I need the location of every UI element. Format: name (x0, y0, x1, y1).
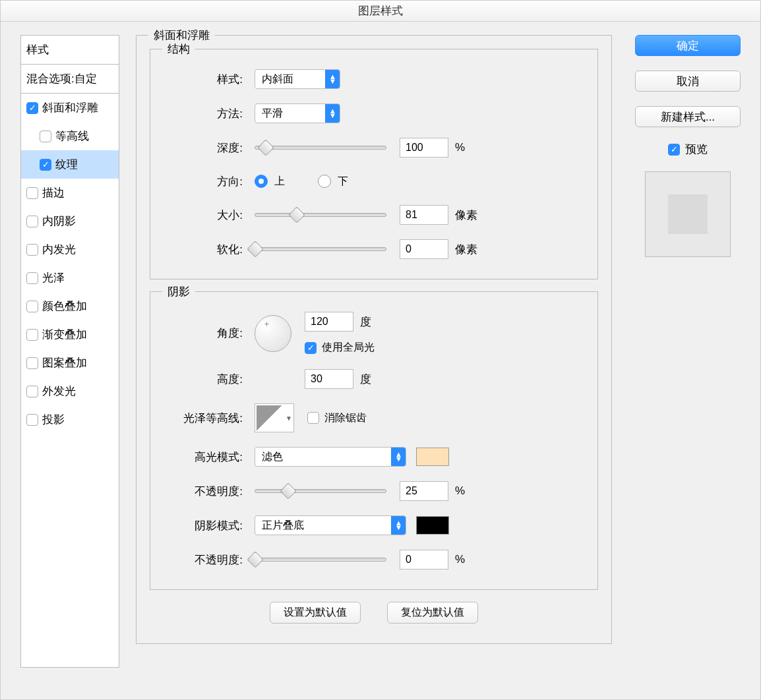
checkbox-icon[interactable] (26, 329, 38, 341)
new-style-button[interactable]: 新建样式... (635, 106, 741, 127)
bevel-group: 斜面和浮雕 结构 样式: 内斜面 ▲▼ 方法: 平滑 (136, 35, 612, 644)
sidebar-item-label: 斜面和浮雕 (42, 100, 98, 115)
sidebar-item-label: 光泽 (42, 270, 65, 285)
technique-select[interactable]: 平滑 ▲▼ (255, 103, 340, 123)
dialog-content: 样式 混合选项:自定 ✓斜面和浮雕等高线✓纹理描边内阴影内发光光泽颜色叠加渐变叠… (1, 22, 760, 699)
highlight-opacity-unit: % (455, 484, 465, 498)
gloss-contour-picker[interactable]: ▼ (255, 403, 294, 432)
direction-up-label: 上 (274, 175, 285, 189)
angle-unit: 度 (360, 314, 371, 330)
global-light-label: 使用全局光 (322, 341, 375, 355)
direction-down-radio[interactable] (318, 175, 331, 188)
global-light-checkbox[interactable]: ✓ (305, 342, 317, 354)
sidebar-item[interactable]: 投影 (21, 405, 119, 434)
checkbox-icon[interactable] (26, 244, 38, 256)
sidebar-item-label: 外发光 (42, 384, 76, 399)
main-panel: 斜面和浮雕 结构 样式: 内斜面 ▲▼ 方法: 平滑 (136, 35, 612, 686)
sidebar-item[interactable]: 颜色叠加 (21, 292, 119, 320)
contour-thumb-icon (257, 405, 283, 430)
chevron-updown-icon: ▲▼ (391, 516, 406, 535)
bevel-legend: 斜面和浮雕 (148, 28, 215, 43)
checkbox-icon[interactable]: ✓ (26, 102, 38, 114)
checkbox-icon[interactable]: ✓ (40, 159, 51, 171)
shadow-mode-select[interactable]: 正片叠底 ▲▼ (255, 515, 406, 535)
preview-thumbnail (645, 171, 731, 257)
soften-slider[interactable] (255, 247, 386, 251)
direction-up-radio[interactable] (255, 175, 268, 188)
sidebar-item-label: 渐变叠加 (42, 327, 87, 342)
checkbox-icon[interactable] (26, 386, 38, 397)
highlight-color-swatch[interactable] (416, 448, 449, 466)
sidebar-item[interactable]: 内阴影 (21, 207, 119, 235)
depth-input[interactable]: 100 (400, 138, 448, 158)
preview-inner-icon (668, 194, 708, 234)
dialog-title: 图层样式 (358, 5, 403, 17)
reset-default-button[interactable]: 复位为默认值 (387, 602, 478, 624)
shadow-opacity-input[interactable]: 0 (400, 550, 448, 569)
titlebar: 图层样式 (1, 1, 760, 22)
checkbox-icon[interactable] (26, 216, 38, 227)
shadow-opacity-label: 不透明度: (164, 552, 243, 568)
checkbox-icon[interactable] (26, 357, 38, 369)
shadow-opacity-unit: % (455, 553, 465, 566)
chevron-updown-icon: ▲▼ (391, 448, 406, 466)
depth-slider[interactable] (255, 146, 386, 150)
sidebar-item[interactable]: 描边 (21, 179, 119, 207)
sidebar-item-label: 内发光 (42, 242, 76, 257)
shadow-color-swatch[interactable] (416, 516, 449, 535)
checkbox-icon[interactable] (26, 301, 38, 312)
ok-button[interactable]: 确定 (635, 35, 741, 56)
gloss-contour-label: 光泽等高线: (164, 411, 243, 426)
direction-label: 方向: (164, 174, 243, 189)
antialias-checkbox[interactable] (307, 412, 319, 424)
sidebar-item[interactable]: 光泽 (21, 264, 119, 292)
sidebar-item[interactable]: 等高线 (21, 122, 119, 150)
checkbox-icon[interactable] (26, 414, 38, 426)
slider-thumb[interactable] (289, 206, 305, 223)
checkbox-icon[interactable] (26, 187, 38, 199)
sidebar-item[interactable]: 渐变叠加 (21, 320, 119, 349)
sidebar-item[interactable]: 外发光 (21, 377, 119, 405)
sidebar-item[interactable]: 内发光 (21, 235, 119, 264)
cancel-button[interactable]: 取消 (635, 71, 741, 92)
chevron-updown-icon: ▲▼ (325, 104, 340, 123)
altitude-label: 高度: (164, 372, 243, 387)
chevron-down-icon: ▼ (286, 415, 292, 422)
angle-input[interactable]: 120 (305, 312, 353, 332)
shadow-opacity-slider[interactable] (255, 558, 386, 562)
shading-legend: 阴影 (162, 284, 195, 299)
slider-thumb[interactable] (247, 551, 263, 568)
sidebar-item[interactable]: 图案叠加 (21, 349, 119, 377)
angle-label: 角度: (164, 326, 243, 341)
preview-label: 预览 (685, 142, 708, 157)
sidebar-item[interactable]: ✓斜面和浮雕 (21, 94, 119, 122)
size-label: 大小: (164, 208, 243, 223)
soften-input[interactable]: 0 (400, 239, 448, 259)
size-input[interactable]: 81 (400, 205, 448, 225)
make-default-button[interactable]: 设置为默认值 (270, 602, 361, 624)
highlight-mode-select[interactable]: 滤色 ▲▼ (255, 447, 406, 467)
highlight-opacity-slider[interactable] (255, 489, 386, 493)
slider-thumb[interactable] (257, 139, 274, 156)
sidebar-blend-options[interactable]: 混合选项:自定 (21, 65, 119, 94)
sidebar-item-label: 描边 (42, 185, 65, 200)
checkbox-icon[interactable] (40, 131, 51, 142)
sidebar-item[interactable]: ✓纹理 (21, 150, 119, 179)
angle-dial[interactable] (255, 315, 291, 352)
checkbox-icon[interactable] (26, 272, 38, 284)
altitude-input[interactable]: 30 (305, 369, 353, 389)
chevron-updown-icon: ▲▼ (325, 70, 340, 88)
right-panel: 确定 取消 新建样式... ✓ 预览 (628, 35, 747, 686)
sidebar-item-label: 投影 (42, 412, 65, 427)
style-select[interactable]: 内斜面 ▲▼ (255, 69, 340, 89)
highlight-opacity-input[interactable]: 25 (400, 481, 448, 501)
depth-label: 深度: (164, 140, 243, 156)
altitude-unit: 度 (360, 372, 371, 387)
sidebar-item-label: 内阴影 (42, 214, 76, 229)
structure-group: 结构 样式: 内斜面 ▲▼ 方法: 平滑 ▲▼ (150, 49, 598, 279)
size-slider[interactable] (255, 213, 386, 217)
slider-thumb[interactable] (280, 482, 296, 499)
preview-checkbox[interactable]: ✓ (668, 144, 680, 156)
sidebar-header: 样式 (21, 36, 119, 65)
slider-thumb[interactable] (247, 241, 263, 257)
